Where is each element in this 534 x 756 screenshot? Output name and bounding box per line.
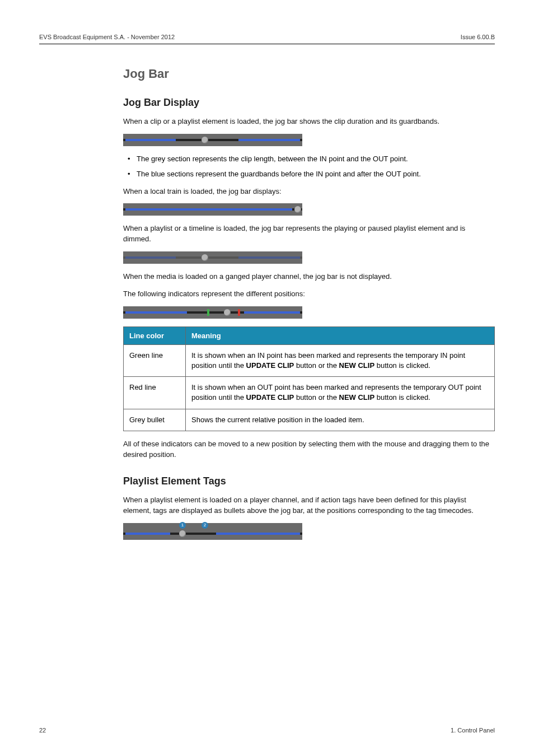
paragraph: All of these indicators can be moved to … — [123, 439, 495, 460]
subsection-jogbar-display: Jog Bar Display — [123, 97, 495, 109]
header-left: EVS Broadcast Equipment S.A. - November … — [39, 34, 175, 40]
table-header-color: Line color — [124, 326, 186, 344]
table-cell-color: Green line — [124, 344, 186, 376]
table-row: Grey bullet Shows the current relative p… — [124, 409, 495, 431]
jogbar-guard-right — [238, 139, 300, 141]
jogbar-tag-bullet: 1 — [179, 522, 186, 529]
paragraph: When a local train is loaded, the jog ba… — [123, 186, 495, 197]
jogbar-clip-guardbands — [123, 134, 302, 146]
table-row: Green line It is shown when an IN point … — [124, 344, 495, 376]
section-title: Jog Bar — [123, 67, 495, 81]
indicator-table: Line color Meaning Green line It is show… — [123, 326, 495, 431]
jogbar-guard-right — [216, 533, 300, 535]
table-cell-meaning: It is shown when an OUT point has been m… — [186, 377, 495, 409]
page-header: EVS Broadcast Equipment S.A. - November … — [39, 34, 495, 44]
jogbar-position-bullet — [224, 309, 231, 316]
table-row: Red line It is shown when an OUT point h… — [124, 377, 495, 409]
paragraph: The following indicators represent the d… — [123, 289, 495, 300]
paragraph: When a playlist or a timeline is loaded,… — [123, 223, 495, 245]
footer-section: 1. Control Panel — [451, 727, 495, 734]
header-right: Issue 6.00.B — [461, 34, 495, 40]
jogbar-guard-left — [125, 311, 187, 314]
jogbar-out-mark — [238, 309, 240, 316]
page-footer: 22 1. Control Panel — [39, 727, 495, 734]
paragraph: When a clip or a playlist element is loa… — [123, 116, 495, 127]
footer-page-number: 22 — [39, 727, 46, 734]
jogbar-guard-left — [125, 139, 176, 141]
jogbar-guard-full — [125, 208, 292, 211]
jogbar-indicators — [123, 306, 302, 319]
jogbar-guard-right — [244, 311, 300, 314]
list-item: The blue sections represent the guardban… — [123, 169, 495, 180]
table-cell-color: Red line — [124, 377, 186, 409]
table-cell-meaning: It is shown when an IN point has been ma… — [186, 344, 495, 376]
subsection-playlist-tags: Playlist Element Tags — [123, 475, 495, 487]
jogbar-position-bullet — [202, 137, 208, 143]
jogbar-local-train — [123, 203, 302, 216]
jogbar-in-mark — [207, 309, 209, 316]
jogbar-position-bullet — [294, 206, 301, 213]
page-content: Jog Bar Jog Bar Display When a clip or a… — [123, 67, 495, 540]
table-cell-meaning: Shows the current relative position in t… — [186, 409, 495, 431]
jogbar-position-bullet — [202, 254, 208, 261]
jogbar-with-tags: 1 2 — [123, 523, 302, 540]
jogbar-guard-left — [125, 256, 176, 259]
jogbar-position-bullet — [179, 530, 186, 537]
bullet-list: The grey section represents the clip len… — [123, 154, 495, 180]
jogbar-guard-right — [238, 256, 300, 259]
paragraph: When the media is loaded on a ganged pla… — [123, 272, 495, 282]
list-item: The grey section represents the clip len… — [123, 154, 495, 165]
table-cell-color: Grey bullet — [124, 409, 186, 431]
jogbar-guard-left — [125, 533, 170, 535]
jogbar-playlist-dimmed — [123, 251, 302, 264]
paragraph: When a playlist element is loaded on a p… — [123, 495, 495, 516]
jogbar-tag-bullet: 2 — [202, 522, 208, 529]
table-header-meaning: Meaning — [186, 326, 495, 344]
